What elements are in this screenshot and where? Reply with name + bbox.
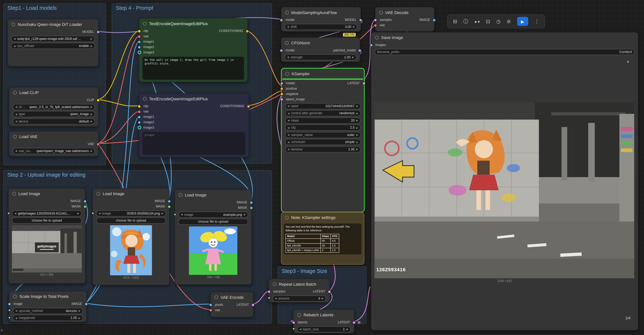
increment-icon[interactable] [353,26,355,28]
upload-button[interactable]: choose file to upload [12,217,82,223]
collapse-dot-icon[interactable] [285,11,289,14]
prompt-textarea[interactable]: On the wall in image 1, draw the girl fr… [142,57,244,80]
image-preview[interactable] [110,225,152,275]
prev-value-icon[interactable] [288,134,290,136]
node-textencode-negative[interactable]: TextEncodeQwenImageEditPlus clip CONDITI… [139,93,249,157]
input-port-vae[interactable] [138,110,141,113]
node-header[interactable]: TextEncodeQwenImageEditPlus [139,19,247,28]
output-port-mask[interactable] [168,205,171,208]
node-header[interactable]: Load Image [9,189,85,198]
widget-amount[interactable]: amount 4 [272,295,326,301]
node-header[interactable]: Repeat Latent Batch [269,279,330,289]
next-value-icon[interactable] [90,113,92,115]
widget-image[interactable]: gettyimages-1262593416-612x61... [12,210,82,216]
increment-icon[interactable] [322,297,324,299]
node-vae-decode[interactable]: VAE Decode samples IMAGE vae [375,7,434,32]
increment-icon[interactable] [356,105,358,107]
node-header[interactable]: VAE Encode [211,292,253,302]
input-port-image2[interactable] [138,46,141,49]
output-port-patched-model[interactable] [358,49,362,52]
more-icon[interactable] [534,19,539,24]
node-header[interactable]: Load CLIP [10,88,98,97]
decrement-icon[interactable] [288,105,290,107]
widget-cfg[interactable]: cfg 2.5 [285,125,360,131]
output-port-latent[interactable] [251,303,255,306]
widget-denoise[interactable]: denoise 1.00 [285,146,360,152]
node-load-image-3[interactable]: Load Image IMAGE MASK image example.png … [174,189,252,285]
collapse-dot-icon[interactable] [13,135,17,138]
node-nunchaku-dit-loader[interactable]: Nunchaku Qwen-Image DiT Loader MODEL svd… [8,19,98,67]
group-title[interactable]: Step1 - Load models [4,4,106,12]
image-preview[interactable]: gettyimages [12,225,82,272]
canvas-toolbar[interactable]: ▶ [447,15,545,29]
prev-value-icon[interactable] [181,213,183,216]
collapse-dot-icon[interactable] [285,41,289,45]
widget-input-port[interactable] [292,327,294,330]
group-title[interactable]: Step3 - Image Size [278,267,366,275]
run-button[interactable]: ▶ [517,17,528,26]
widget-input-port[interactable] [268,297,270,299]
collapse-dot-icon[interactable] [96,192,100,195]
collapse-dot-icon[interactable] [286,72,289,75]
node-header[interactable]: Note: KSampler settings [281,212,364,222]
collapse-dot-icon[interactable] [297,313,301,317]
node-note-ksampler-settings[interactable]: Note: KSampler settings You can test and… [281,212,364,265]
image-preview[interactable] [189,226,237,275]
widget-seed[interactable]: seed 1027444451609067 [285,103,360,109]
node-header[interactable]: TextEncodeQwenImageEditPlus [139,94,248,104]
node-textencode-positive[interactable]: TextEncodeQwenImageEditPlus clip CONDITI… [139,18,248,82]
widget-input-port[interactable] [8,316,10,319]
node-graph-canvas[interactable]: Step1 - Load models Step 4 - Prompt Step… [0,0,644,335]
node-scale-image-total-pixels[interactable]: Scale Image to Total Pixels image IMAGE … [9,291,86,322]
collapse-dot-icon[interactable] [178,193,182,197]
group-title[interactable]: Step 4 - Prompt [112,4,272,12]
collapse-dot-icon[interactable] [12,192,16,195]
output-port-clip[interactable] [96,99,100,102]
node-header[interactable]: Save Image [371,33,638,42]
input-port-model[interactable] [280,18,283,22]
prev-value-icon[interactable] [14,45,15,47]
collapse-dot-icon[interactable] [12,22,15,26]
input-port-clip[interactable] [138,29,141,33]
prev-value-icon[interactable] [15,150,17,152]
node-load-vae[interactable]: Load VAE VAE vae_na... qwen\qwen_image_v… [9,131,98,157]
widget-input-port[interactable] [174,213,176,216]
next-value-icon[interactable] [90,150,92,152]
widget-filename-prefix[interactable]: filename_prefix ComfyUI [374,49,634,55]
widget-sampler-name[interactable]: sampler_name euler [285,132,360,138]
output-port-conditioning[interactable] [246,29,249,33]
output-port-image[interactable] [168,200,171,203]
prev-value-icon[interactable] [15,309,17,312]
node-rebatch-latents[interactable]: Rebatch Latents latents LATENT ▦ batch_s… [293,309,354,333]
widget-control-after-generate[interactable]: control after generate randomize [285,110,360,116]
input-port-image1[interactable] [138,40,141,44]
next-value-icon[interactable] [90,106,92,108]
output-port-vae[interactable] [96,142,100,146]
node-header[interactable]: Load Image [175,190,251,200]
next-value-icon[interactable] [356,141,358,143]
node-modelsampling-auraflow[interactable]: ModelSamplingAuraFlow model MODEL shift … [281,7,361,32]
decrement-icon[interactable] [287,26,289,28]
decrement-icon[interactable] [15,317,17,319]
next-value-icon[interactable] [244,213,246,216]
delete-icon[interactable] [453,19,457,24]
prev-value-icon[interactable] [288,141,290,143]
prompt-textarea[interactable]: prompt [142,132,245,155]
output-port-latent[interactable] [328,290,331,293]
input-port-vae[interactable] [209,308,212,312]
output-port-mask[interactable] [250,206,253,209]
decrement-icon[interactable] [288,148,290,150]
next-value-icon[interactable] [78,212,79,214]
input-port-vae[interactable] [138,35,141,38]
input-port-model[interactable] [280,82,284,85]
node-repeat-latent-batch[interactable]: Repeat Latent Batch samples LATENT amoun… [268,279,330,302]
info-icon[interactable] [464,19,468,24]
prev-value-icon[interactable] [288,112,290,114]
node-header[interactable]: CFGNorm [281,38,360,48]
input-port-pixels[interactable] [209,303,212,306]
collapse-dot-icon[interactable] [13,294,17,298]
output-port-image[interactable] [250,201,253,204]
decrement-icon[interactable] [288,126,290,129]
node-header[interactable]: Rebatch Latents [294,310,354,320]
history-icon[interactable] [496,19,500,24]
